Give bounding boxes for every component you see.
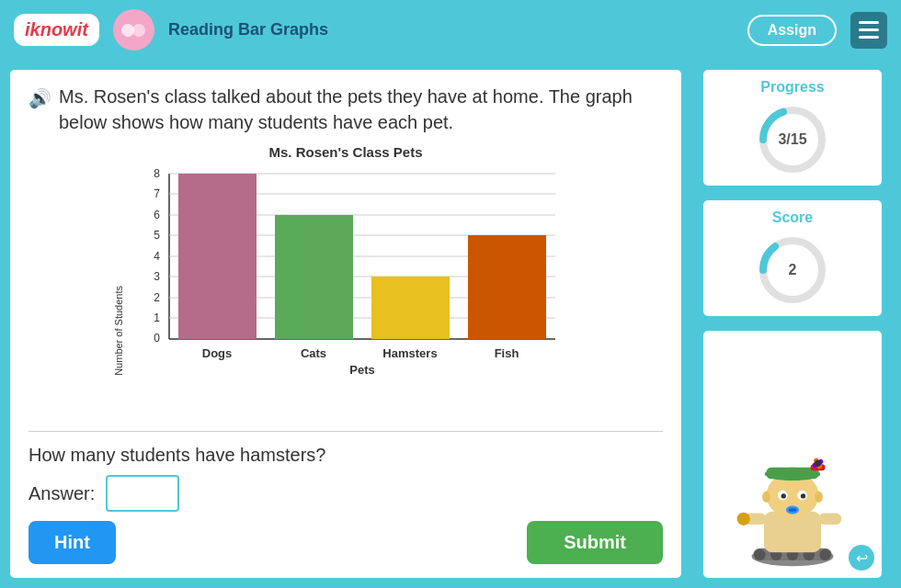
chart-svg: 8 7 6 5 4 3 2 1 0 — [128, 164, 578, 376]
svg-text:Fish: Fish — [495, 346, 519, 360]
svg-text:3: 3 — [154, 270, 160, 283]
svg-point-54 — [781, 493, 786, 498]
logo: iknowit — [14, 14, 99, 46]
hamburger-line-2 — [859, 28, 879, 31]
svg-rect-27 — [468, 235, 546, 339]
progress-value: 3/15 — [778, 131, 806, 148]
svg-text:6: 6 — [154, 209, 160, 221]
mascot-image — [728, 422, 857, 569]
svg-text:Pets: Pets — [349, 363, 374, 376]
speaker-icon[interactable]: 🔊 — [29, 85, 51, 111]
svg-point-43 — [737, 513, 750, 526]
svg-text:Hamsters: Hamsters — [382, 346, 437, 360]
svg-text:7: 7 — [154, 187, 160, 200]
svg-rect-23 — [275, 215, 353, 339]
svg-point-55 — [801, 493, 805, 498]
answer-area: Answer: — [29, 475, 663, 512]
hamburger-line-1 — [859, 21, 879, 24]
page-title: Reading Bar Graphs — [168, 20, 734, 40]
svg-point-1 — [132, 24, 145, 37]
button-row: Hint Submit — [29, 521, 663, 564]
svg-text:1: 1 — [154, 311, 160, 324]
nav-arrow[interactable]: ↩ — [849, 545, 874, 571]
svg-text:Cats: Cats — [301, 346, 326, 360]
score-box: Score 2 — [701, 198, 884, 319]
logo-text: iknowit — [25, 19, 88, 40]
header: iknowit Reading Bar Graphs Assign — [0, 0, 901, 60]
main-content: 🔊 Ms. Rosen's class talked about the pet… — [0, 60, 901, 588]
score-value: 2 — [789, 262, 797, 278]
svg-rect-25 — [371, 277, 450, 339]
svg-text:Dogs: Dogs — [202, 346, 233, 360]
question-text: 🔊 Ms. Rosen's class talked about the pet… — [29, 84, 663, 135]
question-body: Ms. Rosen's class talked about the pets … — [59, 84, 663, 135]
divider — [29, 431, 663, 432]
svg-rect-44 — [818, 514, 841, 525]
bar-chart: Ms. Rosen's Class Pets Number of Student… — [29, 144, 663, 418]
right-panel: Progress 3/15 Score 2 — [691, 67, 894, 581]
sub-question: How many students have hamsters? — [29, 445, 663, 466]
svg-point-59 — [815, 492, 823, 503]
svg-rect-47 — [767, 468, 819, 479]
score-circle: 2 — [756, 233, 829, 307]
assign-button[interactable]: Assign — [747, 15, 837, 46]
submit-button[interactable]: Submit — [527, 521, 663, 564]
chart-title: Ms. Rosen's Class Pets — [269, 144, 423, 160]
svg-point-40 — [819, 549, 830, 560]
svg-point-51 — [815, 460, 821, 467]
mascot-box: ↩ — [701, 328, 884, 581]
answer-label: Answer: — [29, 483, 95, 504]
svg-rect-21 — [178, 174, 257, 339]
progress-box: Progress 3/15 — [701, 67, 884, 188]
svg-rect-57 — [789, 508, 797, 512]
progress-circle: 3/15 — [756, 103, 829, 176]
hint-button[interactable]: Hint — [29, 521, 116, 564]
score-label: Score — [772, 209, 813, 226]
y-axis-label: Number of Students — [113, 286, 124, 376]
svg-point-36 — [754, 549, 765, 560]
svg-point-0 — [121, 24, 134, 37]
svg-text:5: 5 — [154, 229, 160, 242]
svg-text:8: 8 — [154, 167, 160, 180]
hamburger-line-3 — [859, 36, 879, 39]
question-panel: 🔊 Ms. Rosen's class talked about the pet… — [7, 67, 684, 581]
svg-text:0: 0 — [154, 332, 160, 345]
svg-point-58 — [762, 492, 770, 503]
progress-label: Progress — [760, 79, 824, 96]
menu-button[interactable] — [850, 12, 887, 49]
chart-area: Number of Students 8 7 6 — [113, 164, 578, 376]
svg-text:2: 2 — [154, 291, 160, 304]
svg-text:4: 4 — [154, 250, 160, 263]
header-icon — [113, 9, 154, 51]
answer-input[interactable] — [106, 475, 179, 512]
